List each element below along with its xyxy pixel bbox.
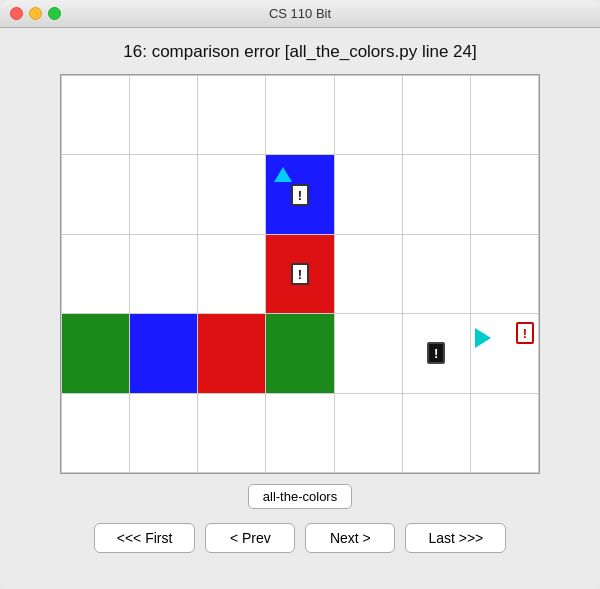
error-badge-r2c4: ! — [291, 184, 309, 206]
cell-r4c5 — [334, 314, 402, 393]
error-badge-r4c6: ! — [427, 342, 445, 364]
cell-r2c3 — [198, 155, 266, 234]
cell-r1c1 — [62, 76, 130, 155]
error-badge-r3c4: ! — [291, 263, 309, 285]
cell-r3c3 — [198, 234, 266, 313]
cell-r5c6 — [402, 393, 470, 472]
cell-r3c5 — [334, 234, 402, 313]
cell-r4c4-green — [266, 314, 334, 393]
cell-r3c6 — [402, 234, 470, 313]
cell-r4c1-green — [62, 314, 130, 393]
cell-r1c4 — [266, 76, 334, 155]
cell-r2c1 — [62, 155, 130, 234]
table-row — [62, 393, 539, 472]
cell-r5c2 — [130, 393, 198, 472]
cell-r4c3-red — [198, 314, 266, 393]
cell-r5c3 — [198, 393, 266, 472]
filename-button[interactable]: all-the-colors — [248, 484, 352, 509]
grid-container: ! ! — [60, 74, 540, 474]
cell-r5c1 — [62, 393, 130, 472]
error-badge-r4c7: ! — [516, 322, 534, 344]
cell-r3c1 — [62, 234, 130, 313]
cell-r2c6 — [402, 155, 470, 234]
minimize-button[interactable] — [29, 7, 42, 20]
main-content: 16: comparison error [all_the_colors.py … — [0, 28, 600, 589]
cell-r1c2 — [130, 76, 198, 155]
cell-r5c4 — [266, 393, 334, 472]
error-title: 16: comparison error [all_the_colors.py … — [123, 42, 476, 62]
table-row: ! — [62, 155, 539, 234]
cell-r2c4-blue: ! — [266, 155, 334, 234]
cell-r3c7 — [470, 234, 538, 313]
cell-r5c7 — [470, 393, 538, 472]
cyan-triangle-icon — [475, 328, 491, 348]
triangle-icon — [274, 167, 292, 182]
close-button[interactable] — [10, 7, 23, 20]
last-button[interactable]: Last >>> — [405, 523, 506, 553]
cell-r2c2 — [130, 155, 198, 234]
table-row: ! ! — [62, 314, 539, 393]
table-row — [62, 76, 539, 155]
next-button[interactable]: Next > — [305, 523, 395, 553]
cell-r1c5 — [334, 76, 402, 155]
cell-r1c7 — [470, 76, 538, 155]
traffic-lights — [10, 7, 61, 20]
grid-table: ! ! — [61, 75, 539, 473]
cell-r4c6-darkbadge: ! — [402, 314, 470, 393]
cell-r2c7 — [470, 155, 538, 234]
first-button[interactable]: <<< First — [94, 523, 196, 553]
maximize-button[interactable] — [48, 7, 61, 20]
cell-r4c2-blue — [130, 314, 198, 393]
window-title: CS 110 Bit — [269, 6, 331, 21]
title-bar: CS 110 Bit — [0, 0, 600, 28]
table-row: ! — [62, 234, 539, 313]
cell-r3c2 — [130, 234, 198, 313]
nav-buttons: <<< First < Prev Next > Last >>> — [94, 523, 507, 553]
cell-r3c4-red: ! — [266, 234, 334, 313]
cell-r1c3 — [198, 76, 266, 155]
cell-r1c6 — [402, 76, 470, 155]
cell-r2c5 — [334, 155, 402, 234]
prev-button[interactable]: < Prev — [205, 523, 295, 553]
cell-r4c7-cyantri: ! — [470, 314, 538, 393]
cell-r5c5 — [334, 393, 402, 472]
